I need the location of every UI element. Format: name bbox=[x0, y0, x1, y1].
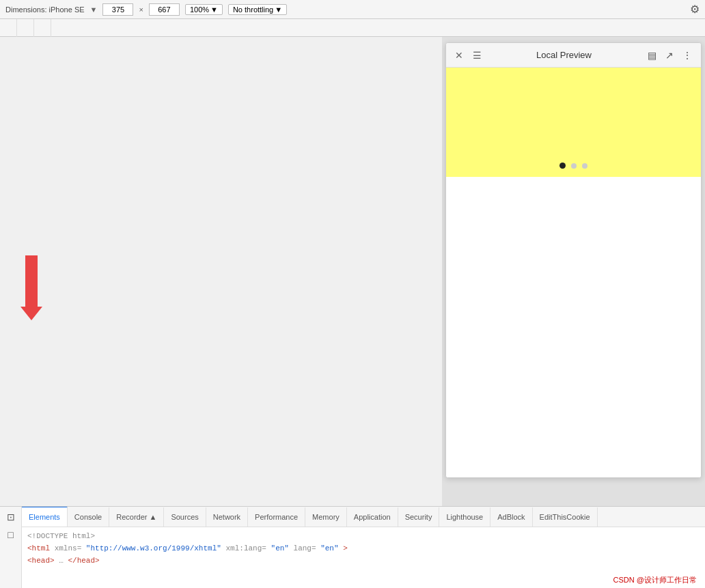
devtools-sidebar: ⊡ □ bbox=[0, 507, 22, 588]
preview-doc-button[interactable]: ▤ bbox=[645, 48, 659, 62]
preview-more-button[interactable]: ⋮ bbox=[680, 48, 694, 62]
carousel-dot-3[interactable] bbox=[582, 163, 588, 169]
zoom-button[interactable]: 100% ▼ bbox=[185, 4, 223, 15]
code-line-2: <html xmlns= "http://www.w3.org/1999/xht… bbox=[27, 542, 700, 555]
zoom-arrow: ▼ bbox=[210, 5, 218, 14]
tab-recorder-label: Recorder ▲ bbox=[116, 513, 156, 521]
secondary-tab-2[interactable] bbox=[17, 19, 34, 37]
zoom-label: 100% bbox=[190, 5, 209, 14]
carousel-dot-2[interactable] bbox=[571, 163, 577, 169]
throttle-arrow: ▼ bbox=[275, 5, 282, 14]
code-line-3: <head> … </head> bbox=[27, 555, 700, 567]
tab-lighthouse-label: Lighthouse bbox=[446, 513, 483, 521]
code-head-close: </head> bbox=[68, 557, 99, 565]
tab-elements[interactable]: Elements bbox=[22, 507, 68, 527]
height-input[interactable] bbox=[149, 3, 180, 16]
tab-console[interactable]: Console bbox=[68, 507, 109, 527]
tab-performance[interactable]: Performance bbox=[248, 507, 305, 527]
code-line-1: <!DOCTYPE html> bbox=[27, 530, 700, 542]
menu-icon: ☰ bbox=[473, 50, 482, 61]
tab-application[interactable]: Application bbox=[347, 507, 398, 527]
preview-header-actions: ▤ ↗ ⋮ bbox=[645, 48, 694, 62]
code-xmllang-val: "en" bbox=[271, 544, 289, 552]
code-xmllang-attr: xml:lang= bbox=[226, 544, 266, 552]
preview-open-button[interactable]: ↗ bbox=[663, 48, 676, 62]
tab-adblock[interactable]: AdBlock bbox=[490, 507, 532, 527]
dimensions-label: Dimensions: iPhone SE bbox=[5, 5, 85, 14]
tab-elements-label: Elements bbox=[29, 513, 60, 521]
preview-window-header: ✕ ☰ Local Preview ▤ ↗ ⋮ bbox=[446, 43, 701, 68]
tab-sources[interactable]: Sources bbox=[164, 507, 206, 527]
width-input[interactable] bbox=[102, 3, 133, 16]
doc-icon: ▤ bbox=[648, 50, 656, 61]
preview-close-button[interactable]: ✕ bbox=[453, 49, 465, 61]
secondary-tab-1[interactable] bbox=[0, 19, 17, 37]
preview-menu-button[interactable]: ☰ bbox=[471, 49, 483, 61]
carousel-dot-1[interactable] bbox=[559, 163, 566, 169]
preview-title: Local Preview bbox=[488, 50, 639, 60]
preview-yellow-block bbox=[446, 68, 701, 177]
code-lang-val: "en" bbox=[320, 544, 338, 552]
tab-network-label: Network bbox=[213, 513, 240, 521]
secondary-toolbar bbox=[0, 19, 705, 37]
tab-lighthouse[interactable]: Lighthouse bbox=[439, 507, 490, 527]
tab-security[interactable]: Security bbox=[398, 507, 440, 527]
arrow-shaft bbox=[25, 255, 38, 307]
csdn-watermark: CSDN @设计师工作日常 bbox=[613, 575, 697, 585]
code-html-close-bracket: > bbox=[343, 544, 348, 552]
tab-memory[interactable]: Memory bbox=[305, 507, 347, 527]
tab-performance-label: Performance bbox=[255, 513, 298, 521]
secondary-tab-3[interactable] bbox=[34, 19, 51, 37]
devtools-panel: ⊡ □ Elements Console Recorder ▲ Sources … bbox=[0, 506, 705, 588]
throttle-button[interactable]: No throttling ▼ bbox=[228, 4, 287, 15]
dropdown-arrow[interactable]: ▼ bbox=[90, 5, 98, 14]
settings-icon[interactable]: ⚙ bbox=[690, 3, 700, 16]
left-panel bbox=[0, 37, 442, 588]
more-icon: ⋮ bbox=[682, 50, 692, 61]
close-icon: ✕ bbox=[455, 50, 463, 61]
tab-console-label: Console bbox=[74, 513, 102, 521]
tab-adblock-label: AdBlock bbox=[497, 513, 525, 521]
preview-content bbox=[446, 68, 701, 477]
tab-memory-label: Memory bbox=[312, 513, 340, 521]
tab-sources-label: Sources bbox=[171, 513, 198, 521]
devtools-device-icon[interactable]: □ bbox=[3, 527, 18, 542]
devtools-tabs: Elements Console Recorder ▲ Sources Netw… bbox=[22, 507, 705, 527]
code-head-tag: <head> bbox=[27, 557, 55, 565]
tab-network[interactable]: Network bbox=[206, 507, 248, 527]
devtools-inspect-icon[interactable]: ⊡ bbox=[3, 509, 18, 524]
top-toolbar: Dimensions: iPhone SE ▼ × 100% ▼ No thro… bbox=[0, 0, 705, 19]
throttle-label: No throttling bbox=[233, 5, 273, 14]
code-xmlns-val: "http://www.w3.org/1999/xhtml" bbox=[86, 544, 221, 552]
code-html-open: <html bbox=[27, 544, 50, 552]
code-head-ellipsis: … bbox=[59, 557, 64, 565]
code-xmlns-attr: xmlns= bbox=[55, 544, 82, 552]
arrow-head bbox=[20, 307, 42, 320]
tab-editthiscookie-label: EditThisCookie bbox=[540, 513, 590, 521]
preview-panel: ✕ ☰ Local Preview ▤ ↗ ⋮ bbox=[442, 37, 705, 588]
devtools-code-content: <!DOCTYPE html> <html xmlns= "http://www… bbox=[22, 527, 705, 588]
preview-window: ✕ ☰ Local Preview ▤ ↗ ⋮ bbox=[445, 42, 702, 478]
code-doctype: <!DOCTYPE html> bbox=[27, 532, 95, 540]
carousel-dots bbox=[559, 163, 588, 169]
tab-security-label: Security bbox=[405, 513, 432, 521]
code-lang-attr: lang= bbox=[294, 544, 316, 552]
tab-application-label: Application bbox=[354, 513, 391, 521]
tab-editthiscookie[interactable]: EditThisCookie bbox=[533, 507, 598, 527]
tab-recorder[interactable]: Recorder ▲ bbox=[109, 507, 164, 527]
open-icon: ↗ bbox=[665, 50, 674, 61]
arrow-indicator bbox=[20, 255, 42, 320]
dimension-separator: × bbox=[139, 5, 143, 14]
